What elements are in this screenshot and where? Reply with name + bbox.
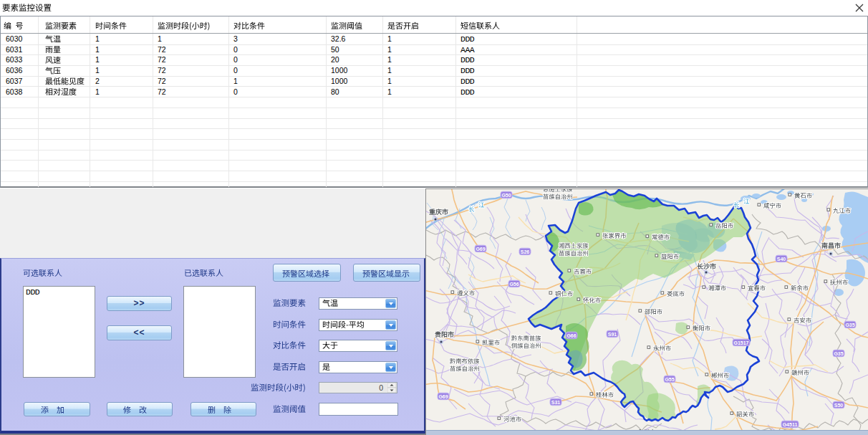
svg-text:G55: G55	[665, 377, 674, 382]
svg-text:G50: G50	[501, 193, 511, 198]
svg-text:G69: G69	[438, 394, 448, 399]
svg-text:G4511: G4511	[783, 422, 798, 427]
svg-text:G69: G69	[476, 247, 485, 252]
svg-text:S26: S26	[521, 249, 530, 254]
svg-text:G66: G66	[566, 333, 576, 338]
svg-text:S31: S31	[551, 400, 561, 405]
svg-text:S91: S91	[608, 332, 617, 337]
svg-text:S40: S40	[777, 257, 786, 262]
svg-text:G1517: G1517	[733, 340, 748, 345]
svg-text:S50: S50	[834, 403, 844, 408]
svg-text:G56: G56	[509, 282, 519, 287]
svg-text:G35: G35	[845, 322, 854, 328]
svg-text:G35: G35	[834, 351, 843, 356]
